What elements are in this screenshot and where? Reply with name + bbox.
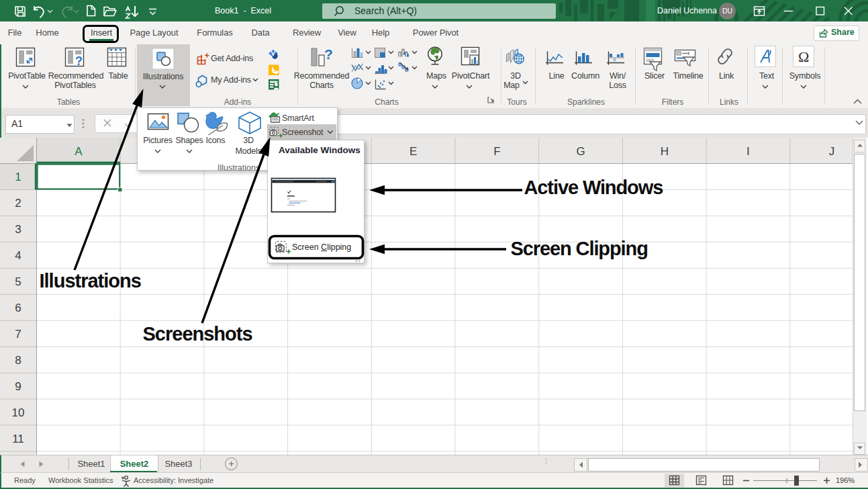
svg-text:Ω: Ω xyxy=(798,48,809,65)
svg-text:G: G xyxy=(576,145,585,158)
svg-text:H: H xyxy=(661,145,669,158)
svg-text:?: ? xyxy=(324,46,333,62)
svg-text:1: 1 xyxy=(15,171,21,183)
svg-text:2: 2 xyxy=(15,197,21,210)
svg-text:7: 7 xyxy=(15,328,21,341)
svg-text:F: F xyxy=(493,145,500,158)
svg-text:10: 10 xyxy=(12,406,25,419)
svg-text:A: A xyxy=(75,145,83,158)
svg-text:6: 6 xyxy=(15,302,21,314)
svg-text:11: 11 xyxy=(12,433,24,445)
svg-text:?: ? xyxy=(75,54,83,68)
svg-text:J: J xyxy=(829,145,835,158)
svg-text:9: 9 xyxy=(15,380,21,393)
svg-text:5: 5 xyxy=(15,275,21,288)
svg-text:I: I xyxy=(746,145,750,158)
svg-text:E: E xyxy=(409,145,417,158)
svg-text:4: 4 xyxy=(15,249,21,262)
svg-text:3: 3 xyxy=(15,223,21,236)
svg-text:8: 8 xyxy=(15,354,21,367)
